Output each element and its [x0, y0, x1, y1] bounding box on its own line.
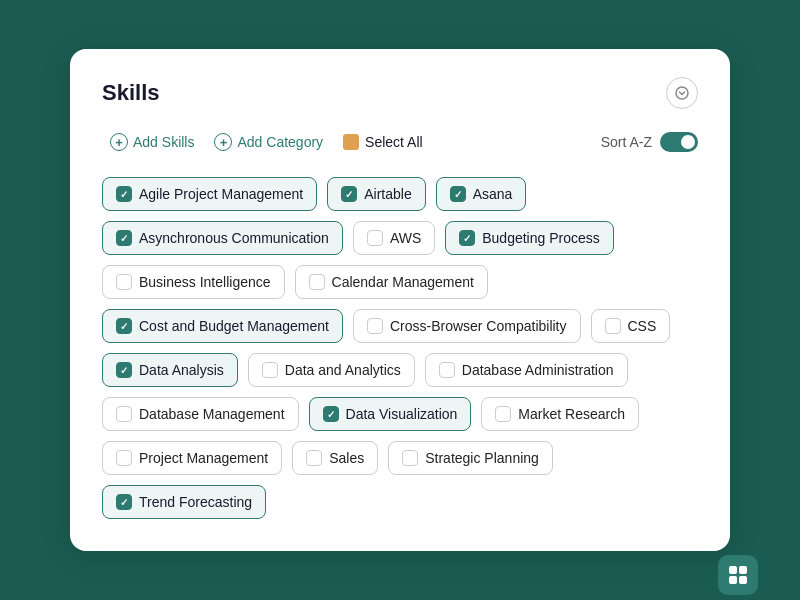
skill-label-database-management: Database Management [139, 406, 285, 422]
skill-chip-business-intelligence[interactable]: Business Intelligence [102, 265, 285, 299]
skill-checkbox-airtable [341, 186, 357, 202]
skill-checkbox-data-visualization [323, 406, 339, 422]
skill-label-cross-browser-compatibility: Cross-Browser Compatibility [390, 318, 567, 334]
skill-checkbox-data-analysis [116, 362, 132, 378]
skill-label-agile-project-management: Agile Project Management [139, 186, 303, 202]
skills-grid: Agile Project ManagementAirtableAsanaAsy… [102, 177, 698, 519]
skill-chip-data-visualization[interactable]: Data Visualization [309, 397, 472, 431]
skill-checkbox-strategic-planning [402, 450, 418, 466]
skill-chip-asana[interactable]: Asana [436, 177, 527, 211]
skill-label-business-intelligence: Business Intelligence [139, 274, 271, 290]
card-header: Skills [102, 77, 698, 109]
skill-checkbox-database-administration [439, 362, 455, 378]
skill-chip-trend-forecasting[interactable]: Trend Forecasting [102, 485, 266, 519]
skill-checkbox-agile-project-management [116, 186, 132, 202]
skill-label-data-visualization: Data Visualization [346, 406, 458, 422]
skill-checkbox-database-management [116, 406, 132, 422]
skill-checkbox-business-intelligence [116, 274, 132, 290]
skill-chip-calendar-management[interactable]: Calendar Management [295, 265, 488, 299]
skill-chip-database-administration[interactable]: Database Administration [425, 353, 628, 387]
skill-chip-strategic-planning[interactable]: Strategic Planning [388, 441, 553, 475]
chevron-down-icon [675, 86, 689, 100]
skill-checkbox-asynchronous-communication [116, 230, 132, 246]
card-title: Skills [102, 80, 159, 106]
skill-chip-database-management[interactable]: Database Management [102, 397, 299, 431]
skill-chip-agile-project-management[interactable]: Agile Project Management [102, 177, 317, 211]
skill-label-asynchronous-communication: Asynchronous Communication [139, 230, 329, 246]
skill-label-database-administration: Database Administration [462, 362, 614, 378]
chevron-down-button[interactable] [666, 77, 698, 109]
skill-label-calendar-management: Calendar Management [332, 274, 474, 290]
skill-chip-sales[interactable]: Sales [292, 441, 378, 475]
toolbar: + Add Skills + Add Category Select All S… [102, 129, 698, 155]
add-skills-label: Add Skills [133, 134, 194, 150]
skills-card: Skills + Add Skills + Add Category Selec… [70, 49, 730, 551]
select-all-button[interactable]: Select All [335, 130, 431, 154]
skill-checkbox-data-and-analytics [262, 362, 278, 378]
skill-chip-cross-browser-compatibility[interactable]: Cross-Browser Compatibility [353, 309, 581, 343]
plus-icon: + [110, 133, 128, 151]
skill-checkbox-project-management [116, 450, 132, 466]
skill-checkbox-cost-and-budget-management [116, 318, 132, 334]
skill-checkbox-trend-forecasting [116, 494, 132, 510]
svg-rect-4 [739, 576, 747, 584]
select-all-label: Select All [365, 134, 423, 150]
plus-icon-2: + [214, 133, 232, 151]
skill-label-cost-and-budget-management: Cost and Budget Management [139, 318, 329, 334]
skill-label-asana: Asana [473, 186, 513, 202]
skill-checkbox-calendar-management [309, 274, 325, 290]
skill-checkbox-css [605, 318, 621, 334]
skill-label-strategic-planning: Strategic Planning [425, 450, 539, 466]
skill-checkbox-market-research [495, 406, 511, 422]
skill-chip-cost-and-budget-management[interactable]: Cost and Budget Management [102, 309, 343, 343]
skill-chip-data-and-analytics[interactable]: Data and Analytics [248, 353, 415, 387]
skill-chip-aws[interactable]: AWS [353, 221, 435, 255]
skill-chip-market-research[interactable]: Market Research [481, 397, 639, 431]
skill-chip-airtable[interactable]: Airtable [327, 177, 425, 211]
sort-toggle[interactable] [660, 132, 698, 152]
skill-checkbox-sales [306, 450, 322, 466]
skill-checkbox-cross-browser-compatibility [367, 318, 383, 334]
add-category-label: Add Category [237, 134, 323, 150]
skill-label-css: CSS [628, 318, 657, 334]
skill-label-data-and-analytics: Data and Analytics [285, 362, 401, 378]
skill-chip-css[interactable]: CSS [591, 309, 671, 343]
svg-point-0 [676, 87, 688, 99]
svg-rect-2 [739, 566, 747, 574]
add-skills-button[interactable]: + Add Skills [102, 129, 202, 155]
skill-checkbox-asana [450, 186, 466, 202]
skill-chip-project-management[interactable]: Project Management [102, 441, 282, 475]
sort-section: Sort A-Z [601, 132, 698, 152]
skill-checkbox-aws [367, 230, 383, 246]
sort-label: Sort A-Z [601, 134, 652, 150]
svg-rect-1 [729, 566, 737, 574]
skill-label-airtable: Airtable [364, 186, 411, 202]
skill-label-data-analysis: Data Analysis [139, 362, 224, 378]
skill-chip-data-analysis[interactable]: Data Analysis [102, 353, 238, 387]
svg-rect-3 [729, 576, 737, 584]
skill-label-market-research: Market Research [518, 406, 625, 422]
skill-label-aws: AWS [390, 230, 421, 246]
skill-label-trend-forecasting: Trend Forecasting [139, 494, 252, 510]
skill-label-budgeting-process: Budgeting Process [482, 230, 600, 246]
skill-checkbox-budgeting-process [459, 230, 475, 246]
skill-chip-budgeting-process[interactable]: Budgeting Process [445, 221, 614, 255]
brand-icon [726, 563, 750, 587]
brand-logo [718, 555, 758, 595]
skill-label-sales: Sales [329, 450, 364, 466]
select-all-icon [343, 134, 359, 150]
skill-chip-asynchronous-communication[interactable]: Asynchronous Communication [102, 221, 343, 255]
skill-label-project-management: Project Management [139, 450, 268, 466]
add-category-button[interactable]: + Add Category [206, 129, 331, 155]
